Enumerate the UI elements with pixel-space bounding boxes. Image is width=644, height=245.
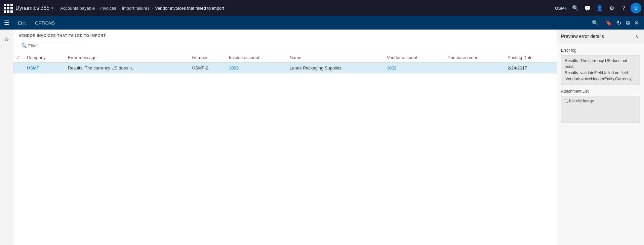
check-col-header: ✓ bbox=[13, 53, 24, 62]
error-log-box: Results. The currency US does not exist.… bbox=[561, 55, 640, 85]
filter-search-icon: 🔍 bbox=[21, 43, 27, 48]
error-log-label: Error log bbox=[561, 48, 640, 53]
breadcrumb-current: Vendor invoices that failed to import bbox=[155, 6, 224, 11]
purchase-order-col-header: Purchase order bbox=[445, 53, 505, 62]
attachment-box: 1, Invocie image bbox=[561, 96, 640, 122]
refresh-icon[interactable]: ↻ bbox=[615, 19, 622, 27]
breadcrumb-accounts-payable[interactable]: Accounts payable bbox=[60, 6, 95, 11]
filter-input-wrap[interactable]: 🔍 bbox=[19, 41, 79, 50]
right-panel: Preview error details ∧ Error log Result… bbox=[557, 30, 644, 245]
filter-sidebar-icon[interactable]: ⊝ bbox=[1, 34, 12, 44]
user-icon[interactable]: 👤 bbox=[594, 3, 605, 13]
filter-input[interactable] bbox=[28, 43, 85, 48]
right-panel-header: Preview error details ∧ bbox=[557, 30, 644, 43]
edit-button[interactable]: Edit bbox=[16, 19, 28, 27]
search-icon[interactable]: 🔍 bbox=[570, 3, 581, 13]
page-title: VENDOR INVOICES THAT FAILED TO IMPORT bbox=[13, 30, 557, 40]
top-navigation: Dynamics 365 ▾ Accounts payable › Invoic… bbox=[0, 0, 644, 16]
apps-menu-icon[interactable] bbox=[3, 3, 13, 13]
breadcrumb: Accounts payable › Invoices › Import fai… bbox=[60, 6, 555, 11]
options-button[interactable]: OPTIONS bbox=[33, 19, 57, 27]
attachment-item: 1, Invocie image bbox=[565, 99, 636, 103]
error-message-col-header: Error message bbox=[65, 53, 190, 62]
action-bar: ☰ Edit OPTIONS 🔍 🔖 ↻ ⧉ ✕ bbox=[0, 16, 644, 30]
row-error-message: Results. The currency US does n... bbox=[65, 62, 190, 74]
breadcrumb-sep-2: › bbox=[118, 6, 120, 11]
content-area: VENDOR INVOICES THAT FAILED TO IMPORT 🔍 … bbox=[13, 30, 557, 245]
right-panel-title: Preview error details bbox=[561, 34, 604, 39]
number-col-header: Number bbox=[189, 53, 226, 62]
help-icon[interactable]: ? bbox=[618, 3, 629, 13]
row-check bbox=[13, 62, 24, 74]
left-sidebar: ⊝ bbox=[0, 30, 13, 245]
collapse-panel-button[interactable]: ∧ bbox=[633, 33, 640, 40]
action-bar-right: 🔍 🔖 ↻ ⧉ ✕ bbox=[592, 19, 640, 27]
filter-search-icon[interactable]: 🔍 bbox=[592, 20, 599, 26]
settings-icon[interactable]: ⚙ bbox=[606, 3, 617, 13]
breadcrumb-sep-1: › bbox=[97, 6, 98, 11]
attachment-list-label: Attachment List bbox=[561, 89, 640, 94]
table-header: ✓ Company Error message Number Invoice a… bbox=[13, 53, 557, 62]
brand-logo[interactable]: Dynamics 365 ▾ bbox=[15, 5, 53, 11]
table-row[interactable]: USMF Results. The currency US does n... … bbox=[13, 62, 557, 74]
right-panel-body: Error log Results. The currency US does … bbox=[557, 43, 644, 245]
brand-chevron-icon: ▾ bbox=[51, 6, 53, 10]
main-content: ⊝ VENDOR INVOICES THAT FAILED TO IMPORT … bbox=[0, 30, 644, 245]
table-body: USMF Results. The currency US does n... … bbox=[13, 62, 557, 74]
close-icon[interactable]: ✕ bbox=[633, 19, 640, 27]
chat-icon[interactable]: 💬 bbox=[582, 3, 593, 13]
name-col-header: Name bbox=[287, 53, 384, 62]
row-vendor-account[interactable]: 1002 bbox=[384, 62, 445, 74]
avatar[interactable]: U bbox=[631, 3, 641, 13]
brand-name: Dynamics 365 bbox=[15, 5, 49, 11]
filter-bar: 🔍 bbox=[13, 40, 557, 53]
data-table: ✓ Company Error message Number Invoice a… bbox=[13, 53, 557, 245]
row-purchase-order bbox=[445, 62, 505, 74]
bookmark-icon[interactable]: 🔖 bbox=[604, 19, 613, 27]
hamburger-icon[interactable]: ☰ bbox=[4, 19, 9, 27]
row-posting-date: 2/24/2017 bbox=[505, 62, 557, 74]
company-col-header: Company bbox=[24, 53, 65, 62]
row-invoice-account[interactable]: 1002 bbox=[226, 62, 287, 74]
top-right-controls: USMF 🔍 💬 👤 ⚙ ? U bbox=[555, 3, 641, 13]
error-log-text: Results. The currency US does not exist.… bbox=[565, 58, 632, 81]
restore-icon[interactable]: ⧉ bbox=[625, 19, 631, 27]
invoice-account-col-header: Invoice account bbox=[226, 53, 287, 62]
attachment-section: Attachment List 1, Invocie image bbox=[561, 89, 640, 122]
breadcrumb-sep-3: › bbox=[152, 6, 153, 11]
breadcrumb-invoices[interactable]: Invoices bbox=[100, 6, 116, 11]
row-company[interactable]: USMF bbox=[24, 62, 65, 74]
row-name: Lande Packaging Supplies bbox=[287, 62, 384, 74]
row-number: USMF-2 bbox=[189, 62, 226, 74]
posting-date-col-header: Posting Date bbox=[505, 53, 557, 62]
window-controls: 🔖 ↻ ⧉ ✕ bbox=[604, 19, 640, 27]
vendor-invoices-table: ✓ Company Error message Number Invoice a… bbox=[13, 53, 557, 74]
company-name: USMF bbox=[555, 6, 567, 11]
breadcrumb-import-failures[interactable]: Import failures bbox=[122, 6, 149, 11]
vendor-account-col-header: Vendor account bbox=[384, 53, 445, 62]
